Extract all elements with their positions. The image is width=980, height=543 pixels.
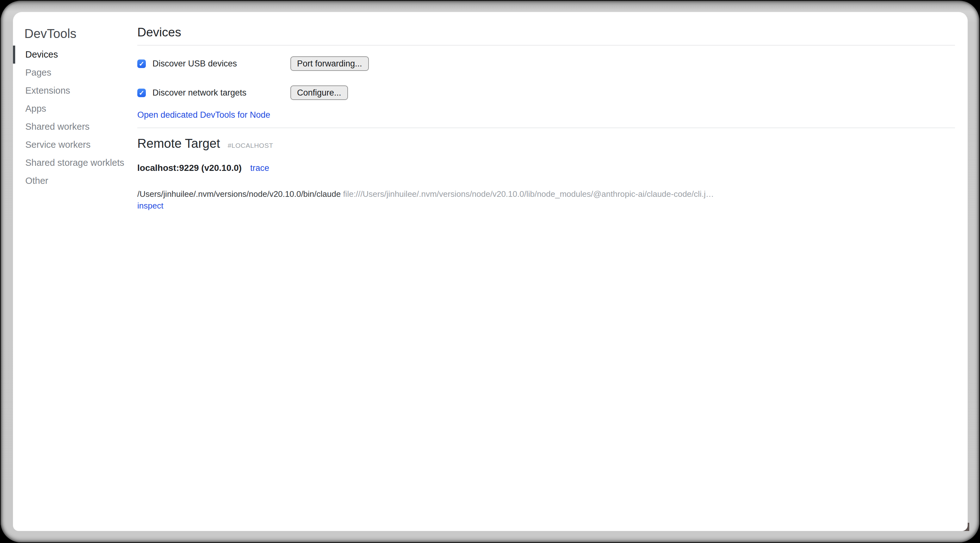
remote-target-title: Remote Target xyxy=(137,136,220,151)
screen-frame: DevTools Devices Pages Extensions Apps S… xyxy=(1,1,979,542)
sidebar-item-shared-storage-worklets[interactable]: Shared storage worklets xyxy=(13,154,137,172)
sidebar-item-devices[interactable]: Devices xyxy=(13,46,137,64)
configure-button[interactable]: Configure... xyxy=(290,86,348,100)
target-row: localhost:9229 (v20.10.0) trace xyxy=(137,162,955,174)
discover-usb-row: ✓ Discover USB devices Port forwarding..… xyxy=(137,56,955,71)
main-panel: Devices ✓ Discover USB devices Port forw… xyxy=(137,12,968,531)
remote-target-heading-row: Remote Target #LOCALHOST xyxy=(137,136,955,151)
discover-network-row: ✓ Discover network targets Configure... xyxy=(137,86,955,100)
sidebar-item-label: Extensions xyxy=(25,86,70,96)
sidebar-item-label: Devices xyxy=(25,49,58,60)
sidebar-item-label: Pages xyxy=(25,67,51,78)
discover-network-group: ✓ Discover network targets xyxy=(137,88,290,98)
target-details: /Users/jinhuilee/.nvm/versions/node/v20.… xyxy=(137,188,955,212)
sidebar-title: DevTools xyxy=(24,26,137,41)
discover-usb-label: Discover USB devices xyxy=(153,59,237,68)
sidebar-item-apps[interactable]: Apps xyxy=(13,100,137,118)
sidebar-item-pages[interactable]: Pages xyxy=(13,64,137,82)
sidebar-item-other[interactable]: Other xyxy=(13,172,137,190)
sidebar-nav: Devices Pages Extensions Apps Shared wor… xyxy=(13,46,137,190)
sidebar-item-label: Apps xyxy=(25,104,46,114)
discover-network-checkbox[interactable]: ✓ xyxy=(137,89,146,97)
inspect-link[interactable]: inspect xyxy=(137,201,163,210)
discover-usb-checkbox[interactable]: ✓ xyxy=(137,59,146,68)
checkmark-icon: ✓ xyxy=(139,89,145,96)
port-forwarding-button[interactable]: Port forwarding... xyxy=(290,56,369,71)
checkmark-icon: ✓ xyxy=(139,61,145,67)
target-path-line: /Users/jinhuilee/.nvm/versions/node/v20.… xyxy=(137,188,955,200)
sidebar-item-label: Shared workers xyxy=(25,121,89,132)
process-path: /Users/jinhuilee/.nvm/versions/node/v20.… xyxy=(137,189,341,199)
localhost-badge: #LOCALHOST xyxy=(228,142,273,150)
sidebar-item-label: Shared storage worklets xyxy=(25,158,124,168)
sidebar-item-extensions[interactable]: Extensions xyxy=(13,82,137,100)
file-url: file:///Users/jinhuilee/.nvm/versions/no… xyxy=(343,189,714,199)
trace-link[interactable]: trace xyxy=(250,162,269,174)
sidebar-item-label: Service workers xyxy=(25,140,91,150)
discover-network-label: Discover network targets xyxy=(153,88,247,98)
target-name: localhost:9229 (v20.10.0) xyxy=(137,162,242,174)
sidebar-item-label: Other xyxy=(25,176,48,186)
divider xyxy=(137,127,955,128)
devtools-window: DevTools Devices Pages Extensions Apps S… xyxy=(13,12,968,531)
inspect-line: inspect xyxy=(137,200,955,212)
sidebar-item-shared-workers[interactable]: Shared workers xyxy=(13,118,137,136)
discover-usb-group: ✓ Discover USB devices xyxy=(137,59,290,68)
divider xyxy=(137,45,955,46)
open-node-devtools-link[interactable]: Open dedicated DevTools for Node xyxy=(137,110,270,119)
sidebar: DevTools Devices Pages Extensions Apps S… xyxy=(13,12,137,531)
node-devtools-row: Open dedicated DevTools for Node xyxy=(137,110,955,120)
page-title: Devices xyxy=(137,25,955,40)
sidebar-item-service-workers[interactable]: Service workers xyxy=(13,136,137,154)
